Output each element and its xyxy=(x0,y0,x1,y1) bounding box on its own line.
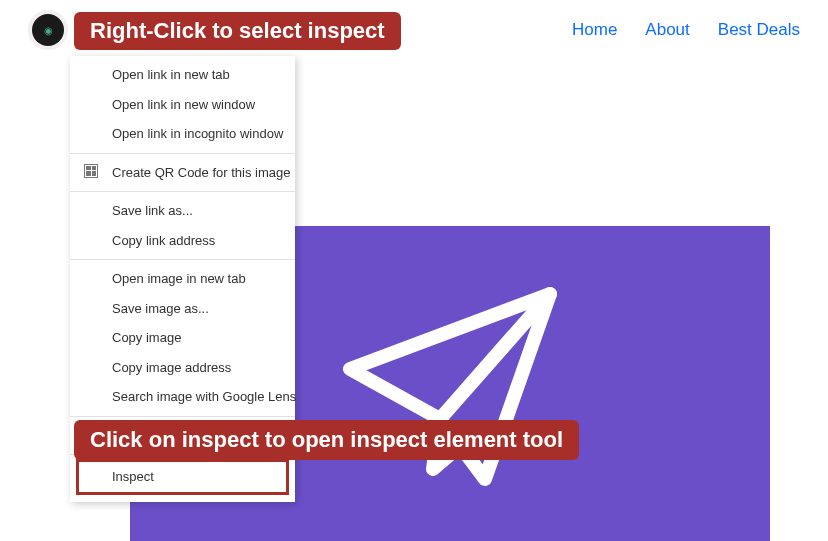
logo-area: ◉ xyxy=(28,10,68,50)
nav-about[interactable]: About xyxy=(645,20,689,40)
annotation-callout-bottom: Click on inspect to open inspect element… xyxy=(74,420,579,460)
nav-home[interactable]: Home xyxy=(572,20,617,40)
menu-separator xyxy=(70,153,295,154)
menu-separator xyxy=(70,259,295,260)
menu-open-link-incognito[interactable]: Open link in incognito window xyxy=(70,119,295,149)
menu-inspect[interactable]: Inspect xyxy=(76,459,289,495)
menu-separator xyxy=(70,191,295,192)
logo[interactable]: ◉ xyxy=(28,10,68,50)
menu-open-link-new-window[interactable]: Open link in new window xyxy=(70,90,295,120)
menu-create-qr[interactable]: Create QR Code for this image xyxy=(70,158,295,188)
paper-plane-icon xyxy=(320,254,580,514)
annotation-callout-top: Right-Click to select inspect xyxy=(74,12,401,50)
menu-open-link-new-tab[interactable]: Open link in new tab xyxy=(70,60,295,90)
logo-icon: ◉ xyxy=(32,14,64,46)
menu-open-image-new-tab[interactable]: Open image in new tab xyxy=(70,264,295,294)
menu-copy-image-address[interactable]: Copy image address xyxy=(70,353,295,383)
menu-search-google-lens[interactable]: Search image with Google Lens xyxy=(70,382,295,412)
nav-best-deals[interactable]: Best Deals xyxy=(718,20,800,40)
menu-save-link-as[interactable]: Save link as... xyxy=(70,196,295,226)
menu-separator xyxy=(70,416,295,417)
menu-save-image-as[interactable]: Save image as... xyxy=(70,294,295,324)
menu-copy-image[interactable]: Copy image xyxy=(70,323,295,353)
qr-icon xyxy=(84,164,98,178)
menu-copy-link-address[interactable]: Copy link address xyxy=(70,226,295,256)
menu-create-qr-label: Create QR Code for this image xyxy=(112,165,290,180)
main-nav: Home About Best Deals xyxy=(572,20,800,40)
